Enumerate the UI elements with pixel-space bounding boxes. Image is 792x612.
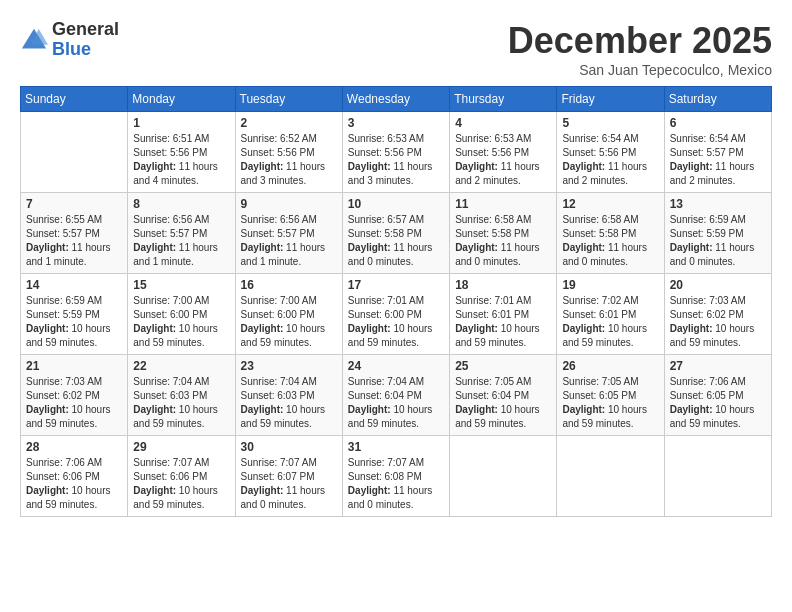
sunrise-text: Sunrise: 6:57 AM xyxy=(348,213,444,227)
calendar-cell: 8Sunrise: 6:56 AMSunset: 5:57 PMDaylight… xyxy=(128,193,235,274)
calendar-cell: 11Sunrise: 6:58 AMSunset: 5:58 PMDayligh… xyxy=(450,193,557,274)
day-number: 31 xyxy=(348,440,444,454)
daylight-text: Daylight: 10 hours and 59 minutes. xyxy=(562,403,658,431)
daylight-text: Daylight: 11 hours and 0 minutes. xyxy=(241,484,337,512)
daylight-text: Daylight: 10 hours and 59 minutes. xyxy=(348,403,444,431)
daylight-text: Daylight: 10 hours and 59 minutes. xyxy=(241,403,337,431)
daylight-text: Daylight: 10 hours and 59 minutes. xyxy=(670,403,766,431)
daylight-text: Daylight: 11 hours and 1 minute. xyxy=(241,241,337,269)
daylight-text: Daylight: 10 hours and 59 minutes. xyxy=(562,322,658,350)
day-number: 29 xyxy=(133,440,229,454)
page-header: General Blue December 2025 San Juan Tepe… xyxy=(20,20,772,78)
day-number: 6 xyxy=(670,116,766,130)
calendar-week-row: 21Sunrise: 7:03 AMSunset: 6:02 PMDayligh… xyxy=(21,355,772,436)
daylight-text: Daylight: 11 hours and 4 minutes. xyxy=(133,160,229,188)
calendar-cell: 23Sunrise: 7:04 AMSunset: 6:03 PMDayligh… xyxy=(235,355,342,436)
calendar-week-row: 14Sunrise: 6:59 AMSunset: 5:59 PMDayligh… xyxy=(21,274,772,355)
calendar-cell: 1Sunrise: 6:51 AMSunset: 5:56 PMDaylight… xyxy=(128,112,235,193)
day-number: 3 xyxy=(348,116,444,130)
calendar-cell: 21Sunrise: 7:03 AMSunset: 6:02 PMDayligh… xyxy=(21,355,128,436)
daylight-text: Daylight: 10 hours and 59 minutes. xyxy=(133,403,229,431)
day-info: Sunrise: 6:53 AMSunset: 5:56 PMDaylight:… xyxy=(348,132,444,188)
sunrise-text: Sunrise: 6:59 AM xyxy=(670,213,766,227)
calendar-cell: 12Sunrise: 6:58 AMSunset: 5:58 PMDayligh… xyxy=(557,193,664,274)
calendar-cell: 3Sunrise: 6:53 AMSunset: 5:56 PMDaylight… xyxy=(342,112,449,193)
sunset-text: Sunset: 6:06 PM xyxy=(26,470,122,484)
sunset-text: Sunset: 6:04 PM xyxy=(455,389,551,403)
daylight-text: Daylight: 10 hours and 59 minutes. xyxy=(26,403,122,431)
day-info: Sunrise: 6:52 AMSunset: 5:56 PMDaylight:… xyxy=(241,132,337,188)
daylight-text: Daylight: 11 hours and 1 minute. xyxy=(26,241,122,269)
sunset-text: Sunset: 5:57 PM xyxy=(670,146,766,160)
day-number: 7 xyxy=(26,197,122,211)
logo-blue-text: Blue xyxy=(52,40,119,60)
daylight-text: Daylight: 10 hours and 59 minutes. xyxy=(455,403,551,431)
daylight-text: Daylight: 10 hours and 59 minutes. xyxy=(133,322,229,350)
sunrise-text: Sunrise: 6:58 AM xyxy=(455,213,551,227)
daylight-text: Daylight: 11 hours and 0 minutes. xyxy=(670,241,766,269)
calendar-cell: 28Sunrise: 7:06 AMSunset: 6:06 PMDayligh… xyxy=(21,436,128,517)
day-number: 28 xyxy=(26,440,122,454)
sunset-text: Sunset: 5:58 PM xyxy=(562,227,658,241)
calendar-cell: 31Sunrise: 7:07 AMSunset: 6:08 PMDayligh… xyxy=(342,436,449,517)
calendar-cell xyxy=(557,436,664,517)
day-info: Sunrise: 6:56 AMSunset: 5:57 PMDaylight:… xyxy=(241,213,337,269)
logo: General Blue xyxy=(20,20,119,60)
day-number: 16 xyxy=(241,278,337,292)
weekday-header-thursday: Thursday xyxy=(450,87,557,112)
sunrise-text: Sunrise: 7:02 AM xyxy=(562,294,658,308)
weekday-header-wednesday: Wednesday xyxy=(342,87,449,112)
calendar-cell: 20Sunrise: 7:03 AMSunset: 6:02 PMDayligh… xyxy=(664,274,771,355)
calendar-cell: 24Sunrise: 7:04 AMSunset: 6:04 PMDayligh… xyxy=(342,355,449,436)
day-info: Sunrise: 6:55 AMSunset: 5:57 PMDaylight:… xyxy=(26,213,122,269)
day-number: 18 xyxy=(455,278,551,292)
sunset-text: Sunset: 5:59 PM xyxy=(670,227,766,241)
daylight-text: Daylight: 11 hours and 0 minutes. xyxy=(455,241,551,269)
sunset-text: Sunset: 6:05 PM xyxy=(670,389,766,403)
calendar-cell: 2Sunrise: 6:52 AMSunset: 5:56 PMDaylight… xyxy=(235,112,342,193)
weekday-header-monday: Monday xyxy=(128,87,235,112)
daylight-text: Daylight: 10 hours and 59 minutes. xyxy=(241,322,337,350)
day-info: Sunrise: 7:05 AMSunset: 6:05 PMDaylight:… xyxy=(562,375,658,431)
daylight-text: Daylight: 11 hours and 1 minute. xyxy=(133,241,229,269)
day-info: Sunrise: 7:01 AMSunset: 6:00 PMDaylight:… xyxy=(348,294,444,350)
day-number: 5 xyxy=(562,116,658,130)
sunset-text: Sunset: 6:08 PM xyxy=(348,470,444,484)
daylight-text: Daylight: 10 hours and 59 minutes. xyxy=(26,484,122,512)
logo-general-text: General xyxy=(52,20,119,40)
calendar-week-row: 28Sunrise: 7:06 AMSunset: 6:06 PMDayligh… xyxy=(21,436,772,517)
weekday-header-sunday: Sunday xyxy=(21,87,128,112)
day-info: Sunrise: 6:58 AMSunset: 5:58 PMDaylight:… xyxy=(455,213,551,269)
logo-text: General Blue xyxy=(52,20,119,60)
calendar-cell: 4Sunrise: 6:53 AMSunset: 5:56 PMDaylight… xyxy=(450,112,557,193)
calendar-cell: 29Sunrise: 7:07 AMSunset: 6:06 PMDayligh… xyxy=(128,436,235,517)
sunrise-text: Sunrise: 6:55 AM xyxy=(26,213,122,227)
daylight-text: Daylight: 11 hours and 0 minutes. xyxy=(348,241,444,269)
sunset-text: Sunset: 6:03 PM xyxy=(241,389,337,403)
sunset-text: Sunset: 6:05 PM xyxy=(562,389,658,403)
daylight-text: Daylight: 10 hours and 59 minutes. xyxy=(670,322,766,350)
day-info: Sunrise: 7:00 AMSunset: 6:00 PMDaylight:… xyxy=(133,294,229,350)
calendar-cell: 13Sunrise: 6:59 AMSunset: 5:59 PMDayligh… xyxy=(664,193,771,274)
sunrise-text: Sunrise: 6:53 AM xyxy=(348,132,444,146)
day-info: Sunrise: 7:02 AMSunset: 6:01 PMDaylight:… xyxy=(562,294,658,350)
sunset-text: Sunset: 5:56 PM xyxy=(562,146,658,160)
sunrise-text: Sunrise: 6:56 AM xyxy=(241,213,337,227)
day-info: Sunrise: 7:04 AMSunset: 6:03 PMDaylight:… xyxy=(133,375,229,431)
day-info: Sunrise: 7:01 AMSunset: 6:01 PMDaylight:… xyxy=(455,294,551,350)
day-info: Sunrise: 6:58 AMSunset: 5:58 PMDaylight:… xyxy=(562,213,658,269)
sunset-text: Sunset: 5:58 PM xyxy=(348,227,444,241)
sunrise-text: Sunrise: 6:59 AM xyxy=(26,294,122,308)
sunset-text: Sunset: 5:59 PM xyxy=(26,308,122,322)
sunrise-text: Sunrise: 7:00 AM xyxy=(133,294,229,308)
sunrise-text: Sunrise: 6:52 AM xyxy=(241,132,337,146)
weekday-header-row: SundayMondayTuesdayWednesdayThursdayFrid… xyxy=(21,87,772,112)
sunrise-text: Sunrise: 7:05 AM xyxy=(455,375,551,389)
day-number: 11 xyxy=(455,197,551,211)
logo-icon xyxy=(20,26,48,54)
calendar-cell: 10Sunrise: 6:57 AMSunset: 5:58 PMDayligh… xyxy=(342,193,449,274)
day-info: Sunrise: 7:06 AMSunset: 6:06 PMDaylight:… xyxy=(26,456,122,512)
day-info: Sunrise: 6:56 AMSunset: 5:57 PMDaylight:… xyxy=(133,213,229,269)
calendar-table: SundayMondayTuesdayWednesdayThursdayFrid… xyxy=(20,86,772,517)
day-info: Sunrise: 7:06 AMSunset: 6:05 PMDaylight:… xyxy=(670,375,766,431)
